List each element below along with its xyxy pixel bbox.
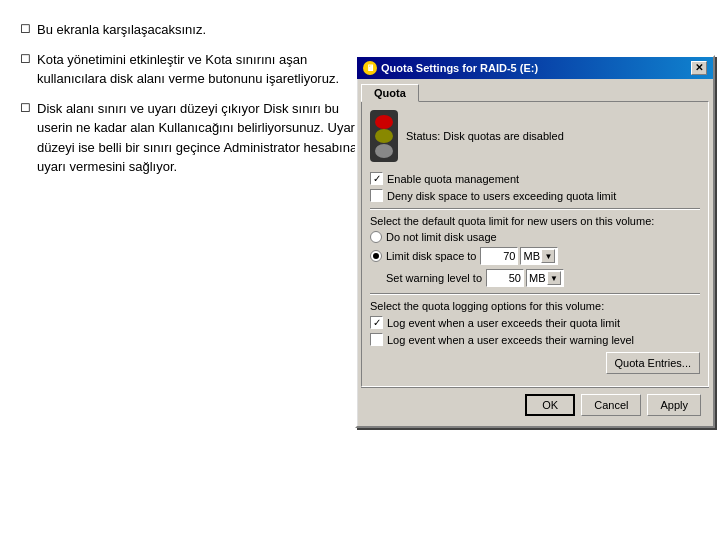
- dialog-buttons: OK Cancel Apply: [361, 387, 709, 422]
- default-quota-label: Select the default quota limit for new u…: [370, 215, 700, 227]
- warning-input-group: MB ▼: [486, 269, 564, 287]
- warning-label: Set warning level to: [386, 272, 482, 284]
- ok-button[interactable]: OK: [525, 394, 575, 416]
- bullet-text-3: Disk alanı sınırı ve uyarı düzeyi çıkıyo…: [37, 99, 360, 177]
- limit-unit-dropdown-arrow[interactable]: ▼: [541, 249, 555, 263]
- status-section: Status: Disk quotas are disabled: [370, 110, 700, 162]
- cancel-button[interactable]: Cancel: [581, 394, 641, 416]
- left-content: ◻ Bu ekranla karşılaşacaksınız. ◻ Kota y…: [20, 20, 360, 187]
- warning-row: Set warning level to MB ▼: [370, 269, 700, 287]
- log-quota-checkbox-row[interactable]: ✓ Log event when a user exceeds their qu…: [370, 316, 700, 329]
- logging-label: Select the quota logging options for thi…: [370, 300, 700, 312]
- radio-limit-label: Limit disk space to: [386, 250, 476, 262]
- dialog-title: Quota Settings for RAID-5 (E:): [381, 62, 538, 74]
- radio-no-limit[interactable]: Do not limit disk usage: [370, 231, 700, 243]
- log-warning-checkbox[interactable]: [370, 333, 383, 346]
- limit-unit-select[interactable]: MB ▼: [520, 247, 558, 265]
- status-text: Status: Disk quotas are disabled: [406, 130, 564, 142]
- radio-limit[interactable]: Limit disk space to MB ▼: [370, 247, 700, 265]
- limit-input-group: MB ▼: [480, 247, 558, 265]
- bullet-text-1: Bu ekranla karşılaşacaksınız.: [37, 20, 206, 40]
- close-button[interactable]: ✕: [691, 61, 707, 75]
- bullet-text-2: Kota yönetimini etkinleştir ve Kota sını…: [37, 50, 360, 89]
- log-quota-label: Log event when a user exceeds their quot…: [387, 317, 620, 329]
- bullet-item-3: ◻ Disk alanı sınırı ve uyarı düzeyi çıkı…: [20, 99, 360, 177]
- tab-content: Status: Disk quotas are disabled ✓ Enabl…: [361, 101, 709, 387]
- divider-2: [370, 293, 700, 294]
- tab-quota[interactable]: Quota: [361, 84, 419, 102]
- log-warning-checkbox-row[interactable]: Log event when a user exceeds their warn…: [370, 333, 700, 346]
- limit-unit-text: MB: [523, 250, 540, 262]
- light-red: [375, 115, 393, 129]
- warning-unit-dropdown-arrow[interactable]: ▼: [547, 271, 561, 285]
- warning-value-input[interactable]: [486, 269, 524, 287]
- tab-strip: Quota: [361, 83, 709, 101]
- checkbox-enable-quota[interactable]: ✓ Enable quota management: [370, 172, 700, 185]
- bullet-symbol-1: ◻: [20, 20, 31, 35]
- divider-1: [370, 208, 700, 209]
- bullet-symbol-2: ◻: [20, 50, 31, 65]
- apply-button[interactable]: Apply: [647, 394, 701, 416]
- dialog-titlebar: 🖥 Quota Settings for RAID-5 (E:) ✕: [357, 57, 713, 79]
- bullet-item-2: ◻ Kota yönetimini etkinleştir ve Kota sı…: [20, 50, 360, 89]
- deny-disk-label: Deny disk space to users exceeding quota…: [387, 190, 616, 202]
- checkbox-deny-disk-space[interactable]: Deny disk space to users exceeding quota…: [370, 189, 700, 202]
- light-green: [375, 144, 393, 158]
- traffic-light-icon: [370, 110, 398, 162]
- light-yellow: [375, 129, 393, 143]
- titlebar-left: 🖥 Quota Settings for RAID-5 (E:): [363, 61, 538, 75]
- radio-limit-btn[interactable]: [370, 250, 382, 262]
- enable-quota-checkbox[interactable]: ✓: [370, 172, 383, 185]
- limit-value-input[interactable]: [480, 247, 518, 265]
- warning-unit-text: MB: [529, 272, 546, 284]
- quota-settings-dialog: 🖥 Quota Settings for RAID-5 (E:) ✕ Quota…: [355, 55, 715, 428]
- radio-no-limit-label: Do not limit disk usage: [386, 231, 497, 243]
- quota-entries-button[interactable]: Quota Entries...: [606, 352, 700, 374]
- log-quota-checkbox[interactable]: ✓: [370, 316, 383, 329]
- warning-unit-select[interactable]: MB ▼: [526, 269, 564, 287]
- log-warning-label: Log event when a user exceeds their warn…: [387, 334, 634, 346]
- dialog-icon: 🖥: [363, 61, 377, 75]
- radio-no-limit-btn[interactable]: [370, 231, 382, 243]
- deny-disk-checkbox[interactable]: [370, 189, 383, 202]
- dialog-body: Quota Status: Disk quotas are disabled ✓…: [357, 79, 713, 426]
- bullet-symbol-3: ◻: [20, 99, 31, 114]
- enable-quota-label: Enable quota management: [387, 173, 519, 185]
- bullet-item-1: ◻ Bu ekranla karşılaşacaksınız.: [20, 20, 360, 40]
